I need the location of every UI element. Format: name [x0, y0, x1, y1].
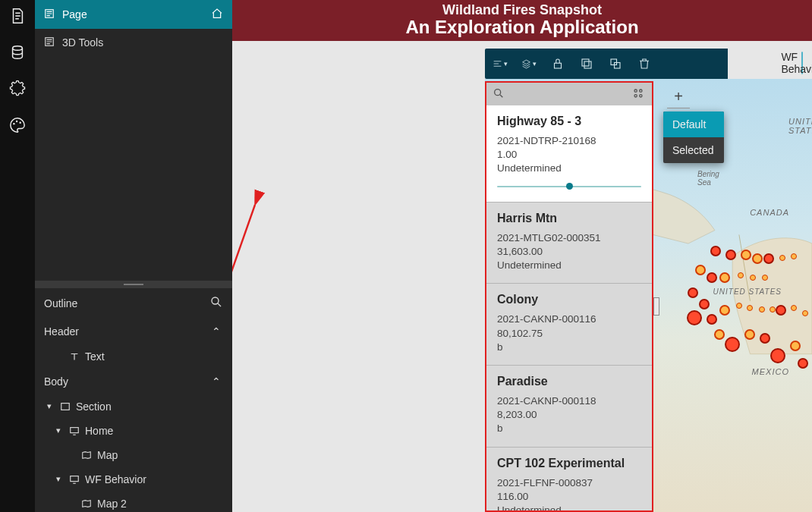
nav-page-label: Page [62, 8, 203, 20]
tree-wf-behavior[interactable]: ▾ WF Behavior [35, 467, 232, 492]
list-item[interactable]: Harris Mtn2021-MTLG02-00035131,603.00Und… [486, 202, 652, 284]
chevron-down-icon[interactable]: ▾ [44, 401, 55, 411]
lock-icon[interactable] [550, 56, 565, 71]
tree-text[interactable]: Text [35, 344, 232, 369]
outline-header: Outline [35, 288, 232, 319]
settings-icon[interactable] [9, 80, 26, 97]
map-label-bering: Bering Sea [697, 170, 719, 187]
svg-rect-21 [615, 63, 621, 69]
dropdown-default[interactable]: Default [663, 112, 724, 137]
pill-wf-label: WF Behavior [781, 51, 812, 75]
list-item-title: Highway 85 - 3 [497, 115, 641, 128]
svg-point-2 [16, 121, 17, 122]
tree-map[interactable]: Map [35, 443, 232, 467]
list-item[interactable]: Colony2021-CAKNP-00011680,102.75b [486, 283, 652, 365]
plus-icon: + [674, 88, 683, 105]
map-label-us2: UNITED STATES [713, 287, 782, 296]
outline-header-section[interactable]: Header ⌃ [35, 319, 232, 344]
tree-text-label: Text [85, 350, 105, 363]
outline-body-section[interactable]: Body ⌃ [35, 369, 232, 394]
list-item-value: 116.00 [497, 490, 641, 504]
dropdown-default-label: Default [672, 118, 706, 130]
outline-panel: Page 3D Tools Outline Header ⌃ Text [35, 0, 232, 512]
chevron-up-icon: ⌃ [209, 375, 223, 388]
svg-rect-7 [61, 403, 70, 410]
panel-resize-handle[interactable] [35, 281, 232, 288]
app-rail [0, 0, 35, 512]
map-icon [80, 449, 93, 461]
page-outline-icon [44, 8, 55, 21]
nav-3d-tools[interactable]: 3D Tools [35, 29, 232, 56]
text-icon [68, 350, 80, 363]
nav-page[interactable]: Page [35, 0, 232, 29]
theme-icon[interactable] [9, 117, 26, 133]
align-icon[interactable]: ▾ [493, 56, 508, 71]
data-icon[interactable] [9, 44, 26, 61]
svg-rect-20 [611, 59, 617, 65]
svg-point-1 [13, 123, 14, 124]
layers-icon[interactable]: ▾ [521, 56, 537, 71]
svg-point-6 [212, 297, 219, 304]
list-body[interactable]: Highway 85 - 32021-NDTRP-2101681.00Undet… [486, 105, 652, 510]
list-item-cause: Undetermined [497, 504, 641, 510]
list-item-title: Harris Mtn [497, 212, 641, 225]
svg-rect-17 [555, 63, 562, 68]
list-item-id: 2021-NDTRP-210168 [497, 134, 641, 148]
svg-point-0 [13, 46, 23, 51]
list-item-slider[interactable] [497, 182, 641, 191]
page-icon[interactable] [9, 8, 26, 24]
list-item[interactable]: Paradise2021-CAKNP-0001188,203.00b [486, 365, 652, 447]
list-item-id: 2021-CAKNP-000118 [497, 394, 641, 408]
tree-section[interactable]: ▾ Section [35, 394, 232, 419]
duplicate-icon[interactable] [608, 56, 623, 71]
svg-rect-19 [582, 59, 589, 66]
list-item-title: Paradise [497, 375, 641, 388]
list-item-value: 1.00 [497, 148, 641, 162]
list-item-value: 8,203.00 [497, 408, 641, 422]
svg-point-25 [634, 95, 637, 97]
add-tab-button[interactable]: + [667, 86, 690, 108]
grid-icon[interactable] [632, 87, 646, 101]
list-toolbar [486, 83, 652, 105]
home-icon[interactable] [211, 8, 223, 22]
svg-point-23 [634, 90, 637, 92]
tree-map2[interactable]: Map 2 [35, 492, 232, 513]
map-label-us: UNITED STATES [788, 117, 812, 135]
list-item[interactable]: CPT 102 Experimental2021-FLFNF-000837116… [486, 447, 652, 510]
tree-home[interactable]: ▾ Home [35, 419, 232, 443]
app-banner: Wildland Fires Snapshot An Exploration A… [232, 0, 812, 41]
dropdown-selected-label: Selected [672, 144, 713, 156]
svg-line-27 [232, 205, 255, 453]
screen-icon [68, 473, 80, 485]
svg-rect-8 [71, 427, 79, 432]
banner-line1: Wildland Fires Snapshot [442, 3, 602, 17]
chevron-down-icon[interactable]: ▾ [53, 426, 64, 435]
list-item-cause: Undetermined [497, 259, 641, 272]
map-label-canada: CANADA [750, 208, 789, 217]
trash-icon[interactable] [637, 56, 652, 71]
list-item[interactable]: Highway 85 - 32021-NDTRP-2101681.00Undet… [486, 105, 652, 202]
list-item-cause: b [497, 341, 641, 354]
svg-point-26 [640, 95, 642, 97]
list-item-title: CPT 102 Experimental [497, 457, 641, 470]
outline-label: Outline [44, 297, 77, 309]
copy-icon[interactable] [579, 56, 594, 71]
list-item-id: 2021-MTLG02-000351 [497, 231, 641, 245]
list-widget[interactable]: Highway 85 - 32021-NDTRP-2101681.00Undet… [485, 81, 653, 512]
resize-handle-right[interactable] [653, 297, 659, 316]
screen-icon [68, 425, 80, 437]
tree-home-label: Home [85, 425, 113, 437]
widget-toolbar: ▾ ▾ [485, 49, 728, 79]
list-item-title: Colony [497, 293, 641, 306]
section-icon [59, 400, 71, 413]
tree-map2-label: Map 2 [97, 498, 127, 510]
chevron-down-icon[interactable]: ▾ [53, 474, 64, 484]
dropdown-selected[interactable]: Selected [663, 137, 724, 163]
chevron-up-icon: ⌃ [209, 325, 223, 338]
search-icon[interactable] [209, 295, 223, 311]
svg-rect-9 [71, 476, 79, 481]
search-icon[interactable] [493, 87, 506, 101]
list-item-id: 2021-CAKNP-000116 [497, 313, 641, 326]
tab-wf-behavior[interactable]: WF Behavior [801, 52, 803, 74]
list-item-cause: Undetermined [497, 162, 641, 175]
